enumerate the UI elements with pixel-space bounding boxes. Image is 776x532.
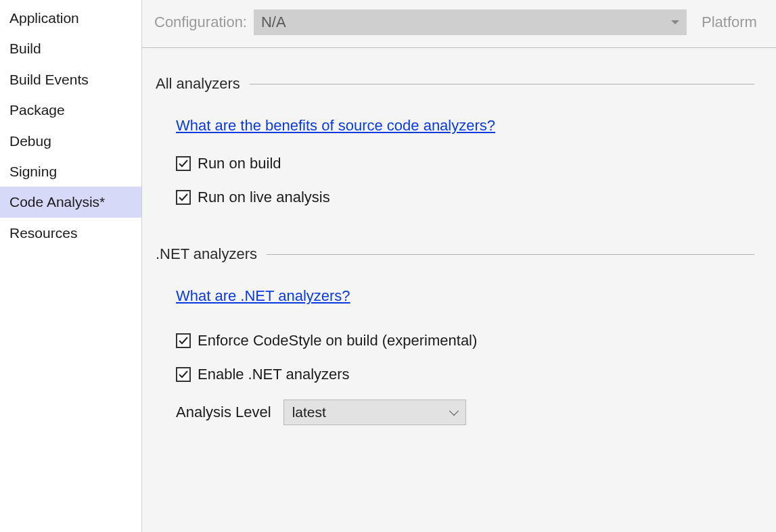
top-bar: Configuration: N/A Platform	[142, 0, 776, 48]
link-net-analyzers[interactable]: What are .NET analyzers?	[176, 287, 350, 305]
checkbox-label: Run on build	[198, 155, 281, 172]
checkbox-label: Enable .NET analyzers	[198, 366, 350, 383]
checkmark-icon	[178, 192, 189, 203]
checkbox-enforce-codestyle[interactable]	[176, 333, 191, 348]
checkmark-icon	[178, 158, 189, 169]
sidebar-item-resources[interactable]: Resources	[0, 218, 141, 248]
checkbox-run-on-build-row: Run on build	[176, 155, 754, 172]
analysis-level-row: Analysis Level latest	[176, 400, 754, 425]
sidebar-item-application[interactable]: Application	[0, 3, 141, 33]
chevron-down-icon	[671, 20, 679, 24]
sidebar-item-signing[interactable]: Signing	[0, 156, 141, 187]
checkbox-enable-net-analyzers[interactable]	[176, 367, 191, 382]
checkbox-run-on-live-row: Run on live analysis	[176, 189, 754, 206]
checkbox-run-on-build[interactable]	[176, 156, 191, 171]
section-title-net-analyzers: .NET analyzers	[156, 245, 257, 263]
sidebar-item-build[interactable]: Build	[0, 33, 141, 64]
analysis-level-select[interactable]: latest	[283, 400, 466, 425]
checkbox-enable-net-analyzers-row: Enable .NET analyzers	[176, 366, 754, 383]
platform-label: Platform	[702, 14, 757, 31]
divider	[250, 84, 754, 84]
sidebar-item-build-events[interactable]: Build Events	[0, 64, 141, 95]
main-panel: Configuration: N/A Platform All analyzer…	[142, 0, 776, 532]
configuration-select[interactable]: N/A	[254, 9, 687, 35]
analysis-level-value: latest	[292, 404, 326, 420]
divider	[267, 254, 754, 255]
section-header: All analyzers	[156, 75, 754, 93]
sidebar-item-code-analysis[interactable]: Code Analysis*	[0, 187, 141, 217]
configuration-value: N/A	[261, 14, 286, 31]
link-benefits-analyzers[interactable]: What are the benefits of source code ana…	[176, 117, 495, 135]
content-area: All analyzers What are the benefits of s…	[142, 48, 776, 478]
section-header: .NET analyzers	[156, 245, 754, 263]
configuration-label: Configuration:	[154, 14, 247, 31]
chevron-down-icon	[449, 406, 459, 416]
sidebar-item-package[interactable]: Package	[0, 95, 141, 125]
section-all-analyzers: All analyzers What are the benefits of s…	[156, 75, 754, 206]
checkbox-run-on-live[interactable]	[176, 190, 191, 205]
sidebar-item-debug[interactable]: Debug	[0, 126, 141, 156]
checkbox-label: Enforce CodeStyle on build (experimental…	[198, 332, 477, 349]
checkmark-icon	[178, 369, 189, 380]
section-net-analyzers: .NET analyzers What are .NET analyzers? …	[156, 245, 754, 425]
checkbox-enforce-codestyle-row: Enforce CodeStyle on build (experimental…	[176, 332, 754, 349]
checkmark-icon	[178, 335, 189, 346]
sidebar: Application Build Build Events Package D…	[0, 0, 142, 532]
section-title-all-analyzers: All analyzers	[156, 75, 240, 93]
checkbox-label: Run on live analysis	[198, 189, 330, 206]
analysis-level-label: Analysis Level	[176, 404, 271, 421]
